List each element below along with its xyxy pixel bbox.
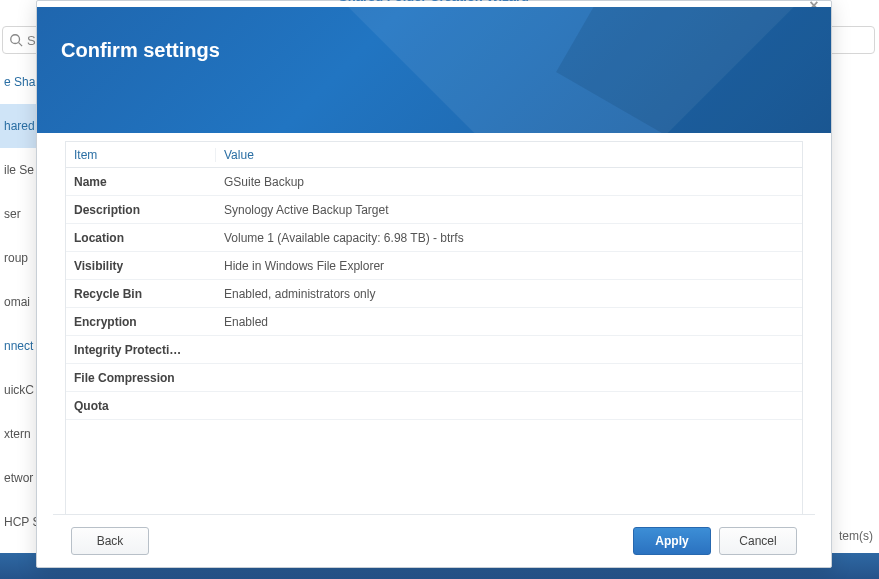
row-item-label: Description bbox=[66, 197, 216, 223]
row-item-value: Enabled, administrators only bbox=[216, 281, 802, 307]
modal-footer: Back Apply Cancel bbox=[53, 514, 815, 567]
table-row: Integrity Protecti… bbox=[66, 336, 802, 364]
sidebar-item[interactable]: nnect bbox=[0, 324, 36, 368]
row-item-value: Synology Active Backup Target bbox=[216, 197, 802, 223]
sidebar-item-label: e Sha bbox=[4, 75, 35, 89]
table-row: EncryptionEnabled bbox=[66, 308, 802, 336]
row-item-value bbox=[216, 372, 802, 384]
row-item-label: Recycle Bin bbox=[66, 281, 216, 307]
table-row: LocationVolume 1 (Available capacity: 6.… bbox=[66, 224, 802, 252]
row-item-label: Quota bbox=[66, 393, 216, 419]
row-item-value: GSuite Backup bbox=[216, 169, 802, 195]
table-row: File Compression bbox=[66, 364, 802, 392]
sidebar-item-label: omai bbox=[4, 295, 30, 309]
row-item-label: Location bbox=[66, 225, 216, 251]
row-item-value: Volume 1 (Available capacity: 6.98 TB) -… bbox=[216, 225, 802, 251]
table-header: Item Value bbox=[66, 142, 802, 168]
sidebar-item[interactable]: omai bbox=[0, 280, 36, 324]
table-row: Recycle BinEnabled, administrators only bbox=[66, 280, 802, 308]
row-item-value: Enabled bbox=[216, 309, 802, 335]
sidebar-item[interactable]: xtern bbox=[0, 412, 36, 456]
sidebar-item[interactable]: etwor bbox=[0, 456, 36, 500]
table-row: Quota bbox=[66, 392, 802, 420]
sidebar-item[interactable]: e Sha bbox=[0, 60, 36, 104]
col-item-header: Item bbox=[66, 148, 216, 162]
row-item-label: Name bbox=[66, 169, 216, 195]
row-item-label: Encryption bbox=[66, 309, 216, 335]
wizard-header: Confirm settings bbox=[37, 7, 831, 133]
sidebar-item-label: etwor bbox=[4, 471, 33, 485]
sidebar: e Shaharedile SeserroupomainnectuickCxte… bbox=[0, 60, 36, 579]
sidebar-item-label: hared bbox=[4, 119, 35, 133]
table-row: NameGSuite Backup bbox=[66, 168, 802, 196]
sidebar-item-label: ile Se bbox=[4, 163, 34, 177]
sidebar-item[interactable]: uickC bbox=[0, 368, 36, 412]
row-item-label: Integrity Protecti… bbox=[66, 337, 216, 363]
table-row: DescriptionSynology Active Backup Target bbox=[66, 196, 802, 224]
col-value-header: Value bbox=[216, 148, 802, 162]
sidebar-item-label: xtern bbox=[4, 427, 31, 441]
sidebar-item-label: nnect bbox=[4, 339, 33, 353]
row-item-label: Visibility bbox=[66, 253, 216, 279]
sidebar-item-label: ser bbox=[4, 207, 21, 221]
cancel-button[interactable]: Cancel bbox=[719, 527, 797, 555]
sidebar-item[interactable]: roup bbox=[0, 236, 36, 280]
sidebar-item[interactable]: HCP S bbox=[0, 500, 36, 544]
row-item-value bbox=[216, 344, 802, 356]
sidebar-item[interactable]: ile Se bbox=[0, 148, 36, 192]
search-placeholder: S bbox=[27, 33, 36, 48]
apply-button[interactable]: Apply bbox=[633, 527, 711, 555]
wizard-step-title: Confirm settings bbox=[61, 39, 220, 62]
search-icon bbox=[9, 33, 23, 47]
sidebar-item-label: roup bbox=[4, 251, 28, 265]
item-count-text: tem(s) bbox=[839, 529, 873, 543]
settings-table: Item Value NameGSuite BackupDescriptionS… bbox=[65, 141, 803, 514]
sidebar-item[interactable]: ser bbox=[0, 192, 36, 236]
row-item-value: Hide in Windows File Explorer bbox=[216, 253, 802, 279]
back-button[interactable]: Back bbox=[71, 527, 149, 555]
svg-line-1 bbox=[19, 43, 23, 47]
row-item-value bbox=[216, 400, 802, 412]
sidebar-item-label: HCP S bbox=[4, 515, 36, 529]
row-item-label: File Compression bbox=[66, 365, 216, 391]
table-row: VisibilityHide in Windows File Explorer bbox=[66, 252, 802, 280]
sidebar-item-label: uickC bbox=[4, 383, 34, 397]
svg-point-0 bbox=[11, 35, 20, 44]
sidebar-item[interactable]: hared bbox=[0, 104, 36, 148]
wizard-modal: Shared Folder Creation Wizard × Confirm … bbox=[36, 0, 832, 568]
